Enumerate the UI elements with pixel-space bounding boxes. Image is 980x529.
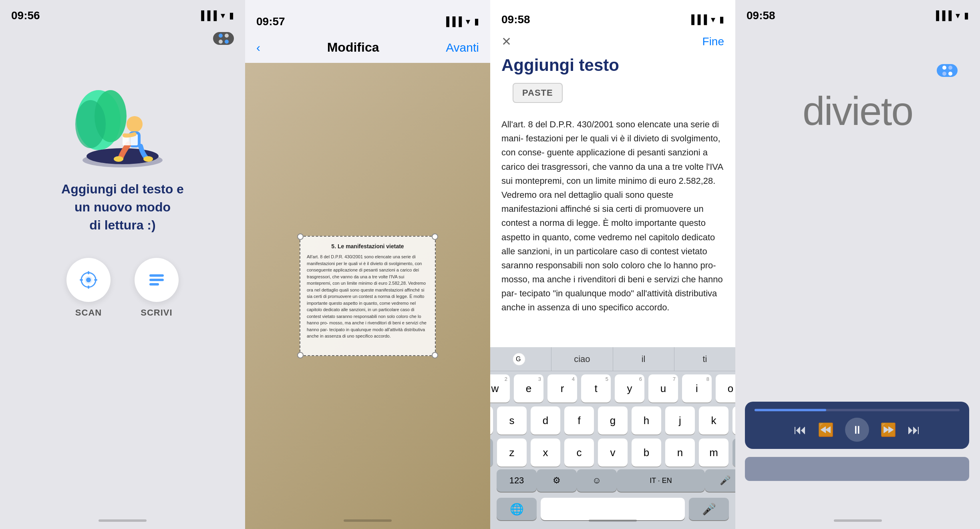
- wifi-icon: ▾: [221, 10, 225, 21]
- progress-bar[interactable]: [755, 409, 960, 411]
- music-player: ⏮ ⏪ ⏸ ⏩ ⏭: [745, 402, 969, 449]
- write-button[interactable]: [135, 258, 179, 302]
- home-title: Aggiungi del testo e un nuovo modo di le…: [45, 180, 200, 234]
- key-f[interactable]: f: [564, 406, 594, 434]
- svg-rect-16: [88, 271, 89, 274]
- key-w[interactable]: w2: [490, 374, 510, 402]
- selection-box[interactable]: 5. Le manifestazioni vietate All'art. 8 …: [300, 236, 436, 356]
- svg-text:G: G: [516, 356, 521, 362]
- gear-key[interactable]: ⚙: [537, 469, 577, 492]
- signal-icon: ▐▐▐: [198, 10, 217, 21]
- key-j[interactable]: j: [665, 406, 695, 434]
- globe-key[interactable]: 🌐: [497, 498, 537, 520]
- key-row-3: ⇧ z x c v b n m ⌫: [493, 438, 732, 467]
- done-button-top[interactable]: Fine: [702, 35, 724, 48]
- divieto-word: divieto: [803, 88, 913, 134]
- status-bar-4: 09:58 ▐▐▐ ▾ ▮: [735, 0, 980, 24]
- panel-edit: 09:57 ▐▐▐ ▾ ▮ ‹ Modifica Avanti 5. Le ma…: [245, 0, 490, 529]
- scan-button-wrap[interactable]: SCAN: [66, 258, 111, 318]
- keyboard-rows: q1 w2 e3 r4 t5 y6 u7 i8 o9 p0 a s d f g …: [490, 371, 735, 467]
- music-controls: ⏮ ⏪ ⏸ ⏩ ⏭: [755, 418, 960, 442]
- skip-back-start-btn[interactable]: ⏮: [794, 422, 807, 437]
- key-u[interactable]: u7: [648, 374, 678, 402]
- suggestion-google: G: [490, 347, 551, 371]
- suggestion-ti[interactable]: ti: [674, 347, 735, 371]
- svg-point-7: [114, 156, 123, 162]
- play-pause-btn[interactable]: ⏸: [845, 418, 869, 442]
- status-icons-2: ▐▐▐ ▾ ▮: [443, 16, 479, 27]
- scan-button[interactable]: [66, 258, 111, 302]
- close-button[interactable]: ✕: [501, 34, 511, 48]
- svg-point-13: [86, 278, 91, 282]
- svg-point-5: [127, 116, 143, 132]
- add-text-title: Aggiungi testo: [490, 52, 735, 83]
- nav-bar-2: 09:57 ▐▐▐ ▾ ▮: [245, 0, 490, 36]
- key-n[interactable]: n: [665, 438, 695, 467]
- wifi-icon-3: ▾: [711, 14, 715, 25]
- delete-key[interactable]: ⌫: [732, 438, 735, 467]
- back-button[interactable]: ‹: [256, 41, 260, 54]
- key-a[interactable]: a: [490, 406, 493, 434]
- language-key[interactable]: IT · EN: [617, 469, 705, 492]
- key-t[interactable]: t5: [581, 374, 611, 402]
- battery-icon-3: ▮: [719, 14, 724, 25]
- svg-rect-19: [149, 279, 164, 281]
- key-row-2: a s d f g h j k l: [493, 406, 732, 434]
- key-h[interactable]: h: [632, 406, 661, 434]
- suggestion-il[interactable]: il: [613, 347, 674, 371]
- home-indicator-3: [589, 519, 637, 522]
- key-c[interactable]: c: [564, 438, 594, 467]
- panel-add-text: 09:58 ▐▐▐ ▾ ▮ ✕ Fine Aggiungi testo PAST…: [490, 0, 735, 529]
- key-l[interactable]: l: [732, 406, 735, 434]
- key-m[interactable]: m: [699, 438, 728, 467]
- key-z[interactable]: z: [497, 438, 527, 467]
- status-time-1: 09:56: [11, 9, 40, 22]
- svg-point-3: [75, 100, 106, 148]
- key-i[interactable]: i8: [682, 374, 712, 402]
- svg-rect-14: [80, 279, 83, 281]
- write-button-wrap[interactable]: SCRIVI: [135, 258, 179, 318]
- key-d[interactable]: d: [531, 406, 560, 434]
- emoji-key[interactable]: ☺: [577, 469, 617, 492]
- mic-key-2[interactable]: 🎤: [689, 498, 729, 520]
- svg-rect-20: [149, 283, 159, 286]
- key-s[interactable]: s: [497, 406, 527, 434]
- key-v[interactable]: v: [598, 438, 628, 467]
- document-view: 5. Le manifestazioni vietate All'art. 8 …: [245, 63, 490, 529]
- write-label: SCRIVI: [141, 308, 172, 318]
- settings-toggle[interactable]: [213, 32, 234, 45]
- paste-button[interactable]: PASTE: [513, 83, 563, 103]
- space-key[interactable]: [541, 498, 685, 520]
- key-b[interactable]: b: [632, 438, 661, 467]
- battery-icon-4: ▮: [964, 10, 969, 21]
- keyboard-bottom-row: 123 ⚙ ☺ IT · EN 🎤 Fine: [490, 471, 735, 495]
- scan-label: SCAN: [75, 308, 102, 318]
- home-buttons: SCAN SCRIVI: [66, 258, 179, 318]
- suggestions-row: G ciao il ti: [490, 347, 735, 371]
- key-x[interactable]: x: [531, 438, 560, 467]
- page-heading: 5. Le manifestazioni vietate: [307, 243, 429, 249]
- skip-forward-end-btn[interactable]: ⏭: [908, 422, 920, 437]
- battery-icon-2: ▮: [474, 16, 479, 27]
- progress-fill: [755, 409, 826, 411]
- shift-key[interactable]: ⇧: [490, 438, 493, 467]
- svg-point-8: [143, 156, 153, 162]
- key-o[interactable]: o9: [716, 374, 735, 402]
- signal-icon-2: ▐▐▐: [443, 16, 462, 27]
- page-image: 5. Le manifestazioni vietate All'art. 8 …: [245, 63, 490, 529]
- num-key[interactable]: 123: [497, 469, 537, 492]
- status-icons-4: ▐▐▐ ▾ ▮: [933, 10, 969, 21]
- key-g[interactable]: g: [598, 406, 628, 434]
- edit-title: Modifica: [327, 40, 379, 55]
- skip-back-btn[interactable]: ⏪: [818, 422, 834, 437]
- skip-forward-btn[interactable]: ⏩: [880, 422, 896, 437]
- key-k[interactable]: k: [699, 406, 728, 434]
- key-r[interactable]: r4: [547, 374, 577, 402]
- status-time-4: 09:58: [747, 9, 775, 22]
- mic-key[interactable]: 🎤: [705, 469, 735, 492]
- next-button[interactable]: Avanti: [446, 41, 479, 54]
- text-input-area[interactable]: All'art. 8 del D.P.R. 430/2001 sono elen…: [490, 117, 735, 347]
- key-e[interactable]: e3: [514, 374, 543, 402]
- suggestion-ciao[interactable]: ciao: [551, 347, 613, 371]
- key-y[interactable]: y6: [615, 374, 644, 402]
